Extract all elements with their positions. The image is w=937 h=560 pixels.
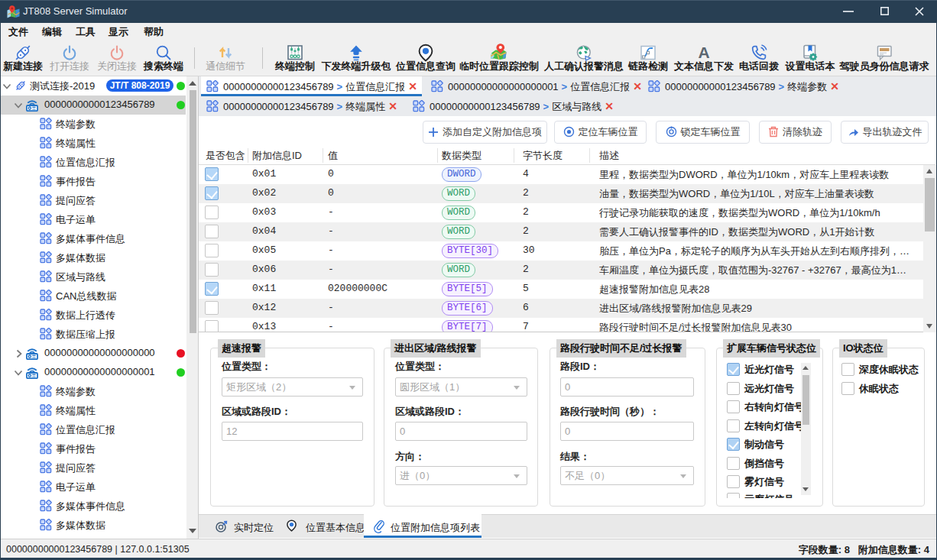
- svg-text:A: A: [698, 44, 709, 61]
